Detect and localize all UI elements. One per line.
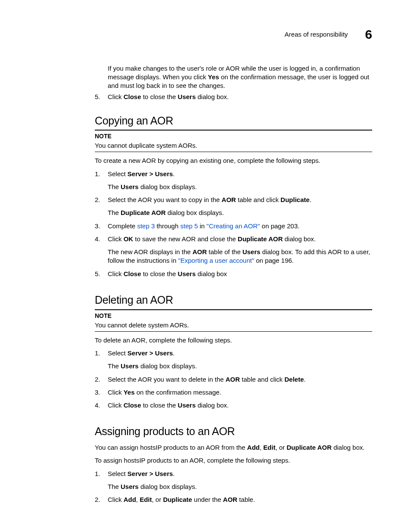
rule-bottom-2 [95,331,372,332]
assigning-intro-2: To assign hostsIP products to an AOR, co… [95,456,372,465]
top-steps-continued: 5. Click Close to close the Users dialog… [95,93,372,101]
assigning-intro-1: You can assign hostsIP products to an AO… [95,443,372,452]
heading-deleting-aor: Deleting an AOR [95,293,372,308]
intro-carried-para: If you make changes to the user's role o… [108,64,372,90]
copying-steps: 1. Select Server > Users. The Users dial… [95,170,372,278]
content-column: If you make changes to the user's role o… [95,64,372,504]
deleting-step-3: 3. Click Yes on the confirmation message… [95,388,372,397]
copying-step-4: 4. Click OK to save the new AOR and clos… [95,235,372,265]
step-number: 5. [95,93,108,101]
assigning-steps: 1. Select Server > Users. The Users dial… [95,470,372,504]
deleting-intro: To delete an AOR, complete the following… [95,336,372,345]
heading-assigning-products: Assigning products to an AOR [95,424,372,439]
link-creating-aor[interactable]: "Creating an AOR" [206,222,260,230]
rule-bottom [95,152,372,152]
copying-step-5: 5. Click Close to close the Users dialog… [95,270,372,278]
deleting-steps: 1. Select Server > Users. The Users dial… [95,349,372,410]
page: Areas of responsibility 6 If you make ch… [0,0,411,532]
link-step5[interactable]: step 5 [180,222,198,230]
link-exporting-user-account[interactable]: "Exporting a user account" [178,257,254,264]
note-label: NOTE [95,132,372,140]
assigning-step-1: 1. Select Server > Users. The Users dial… [95,470,372,492]
copying-intro: To create a new AOR by copying an existi… [95,156,372,165]
intro-bold-yes: Yes [208,73,219,81]
rule-top [95,130,372,131]
heading-copying-aor: Copying an AOR [95,114,372,128]
assigning-step-2: 2. Click Add, Edit, or Duplicate under t… [95,495,372,504]
copying-step-1: 1. Select Server > Users. The Users dial… [95,170,372,192]
copying-step-3: 3. Complete step 3 through step 5 in "Cr… [95,222,372,230]
deleting-step-4: 4. Click Close to close the Users dialog… [95,401,372,410]
note-text: You cannot duplicate system AORs. [95,141,372,150]
note-label-2: NOTE [95,312,372,320]
running-header: Areas of responsibility 6 [39,26,372,44]
top-step-5: 5. Click Close to close the Users dialog… [95,93,372,101]
chapter-number: 6 [365,26,372,44]
header-title: Areas of responsibility [285,30,348,39]
note-text-2: You cannot delete system AORs. [95,321,372,330]
rule-top-2 [95,309,372,310]
copying-step-2: 2. Select the AOR you want to copy in th… [95,196,372,218]
link-step3[interactable]: step 3 [137,222,155,230]
deleting-step-2: 2. Select the AOR you want to delete in … [95,375,372,384]
deleting-step-1: 1. Select Server > Users. The Users dial… [95,349,372,371]
